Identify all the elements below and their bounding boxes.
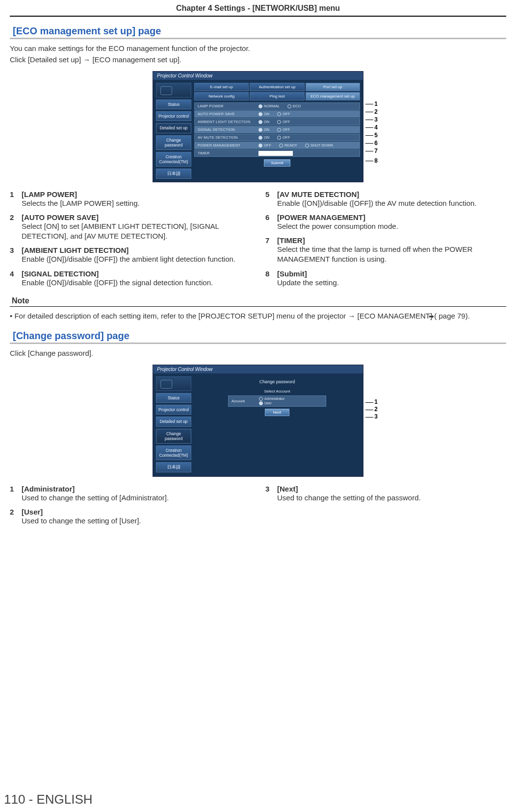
- row-timer: TIMER: [194, 149, 360, 157]
- submit-button[interactable]: Submit: [264, 159, 291, 167]
- item-desc: Selects the [LAMP POWER] setting.: [22, 198, 251, 208]
- list-item: 1 [LAMP POWER]Selects the [LAMP POWER] s…: [10, 190, 251, 208]
- radio-off[interactable]: OFF: [258, 143, 271, 148]
- item-title: [User]: [22, 508, 251, 516]
- callout: 2: [365, 108, 378, 116]
- main-panel: Change password Select Account Account A…: [194, 376, 360, 473]
- sidebar: Status Projector control Detailed set up…: [156, 83, 191, 179]
- item-desc: Used to change the setting of the passwo…: [277, 493, 506, 503]
- list-item: 2 [AUTO POWER SAVE]Select [ON] to set [A…: [10, 213, 251, 242]
- tab-email-setup[interactable]: E-mail set up: [194, 83, 249, 91]
- callout: 4: [365, 123, 378, 131]
- sidebar-item-detailed-setup[interactable]: Detailed set up: [156, 417, 191, 426]
- sidebar-item-projector-control[interactable]: Projector control: [156, 111, 191, 121]
- row-label: AUTO POWER SAVE: [195, 112, 258, 116]
- sidebar-item-japanese[interactable]: 日本語: [156, 462, 191, 472]
- radio-normal[interactable]: NORMAL: [258, 104, 280, 108]
- note-text-a: For detailed description of each setting…: [14, 312, 437, 320]
- radio-user[interactable]: User: [259, 401, 284, 405]
- main-panel: E-mail set up Authentication set up Port…: [194, 83, 360, 179]
- timer-select[interactable]: [258, 151, 293, 156]
- radio-on[interactable]: ON: [258, 120, 269, 124]
- row-auto-power-save: AUTO POWER SAVE ON OFF: [194, 110, 360, 118]
- radio-ready[interactable]: READY: [279, 143, 297, 148]
- row-av-mute-detection: AV MUTE DETECTION ON OFF: [194, 134, 360, 141]
- radio-off[interactable]: OFF: [277, 135, 290, 140]
- window-title: Projector Control Window: [153, 72, 363, 80]
- eco-intro-line1: You can make settings for the ECO manage…: [10, 44, 250, 52]
- projector-control-window-cp: Projector Control Window Status Projecto…: [153, 365, 363, 477]
- item-desc: Enable ([ON])/disable ([OFF]) the ambien…: [22, 254, 251, 264]
- sidebar-item-projector-control[interactable]: Projector control: [156, 405, 191, 415]
- sidebar-item-change-password[interactable]: Change password: [156, 429, 191, 443]
- sidebar-item-japanese[interactable]: 日本語: [156, 169, 191, 178]
- cp-intro: Click [Change password].: [10, 348, 506, 359]
- item-title: [SIGNAL DETECTION]: [22, 270, 251, 278]
- projector-control-window-eco: Projector Control Window Status Projecto…: [153, 71, 363, 182]
- row-label: AMBIENT LIGHT DETECTION: [195, 120, 258, 124]
- callout: 1: [365, 100, 378, 108]
- sidebar-item-status[interactable]: Status: [156, 393, 191, 403]
- note-heading: Note: [10, 296, 506, 307]
- tab-port-setup[interactable]: Port set up: [306, 83, 360, 91]
- tab-ping-test[interactable]: Ping test: [250, 92, 304, 100]
- sidebar-item-change-password[interactable]: Change password: [156, 135, 191, 150]
- item-title: [Submit]: [277, 270, 506, 278]
- row-lamp-power: LAMP POWER NORMAL ECO: [194, 102, 360, 110]
- item-desc: Used to change the setting of [User].: [22, 516, 251, 526]
- select-account-label: Select Account: [264, 389, 290, 394]
- item-number: 5: [265, 190, 272, 208]
- callout: 6: [365, 139, 378, 147]
- item-title: [AUTO POWER SAVE]: [22, 213, 251, 221]
- note-body: For detailed description of each setting…: [10, 311, 506, 321]
- sidebar-item-crestron[interactable]: Crestron Connected(TM): [156, 445, 191, 460]
- radio-administrator[interactable]: Administrator: [259, 397, 284, 401]
- radio-off[interactable]: OFF: [277, 112, 290, 116]
- eco-section-title: [ECO management set up] page: [10, 25, 506, 39]
- item-title: [AV MUTE DETECTION]: [277, 190, 506, 198]
- item-number: 2: [10, 508, 17, 526]
- item-desc: Enable ([ON])/disable ([OFF]) the AV mut…: [277, 198, 506, 208]
- callout: 8: [365, 157, 378, 165]
- callouts-cp: 1 2 3: [365, 398, 378, 420]
- row-label: LAMP POWER: [195, 104, 258, 108]
- radio-on[interactable]: ON: [258, 127, 269, 132]
- item-number: 2: [10, 213, 17, 242]
- eco-item-list: 1 [LAMP POWER]Selects the [LAMP POWER] s…: [10, 190, 506, 288]
- list-item: 7 [TIMER]Select the time that the lamp i…: [265, 236, 506, 265]
- row-label: TIMER: [195, 151, 258, 155]
- radio-shutdown[interactable]: SHUT DOWN: [305, 143, 333, 148]
- row-power-management: POWER MANAGEMENT OFF READY SHUT DOWN: [194, 142, 360, 149]
- item-title: [TIMER]: [277, 236, 506, 245]
- radio-on[interactable]: ON: [258, 112, 269, 116]
- tab-network-config[interactable]: Network config: [194, 92, 249, 100]
- callout: 5: [365, 131, 378, 139]
- tab-eco-management[interactable]: ECO management set up: [306, 92, 360, 100]
- account-label: Account: [232, 399, 256, 403]
- list-item: 5 [AV MUTE DETECTION]Enable ([ON])/disab…: [265, 190, 506, 208]
- next-button[interactable]: Next: [265, 409, 289, 416]
- row-label: AV MUTE DETECTION: [195, 135, 258, 140]
- item-number: 3: [10, 246, 17, 264]
- item-number: 1: [10, 485, 17, 503]
- radio-on[interactable]: ON: [258, 135, 269, 140]
- callout: 2: [365, 406, 378, 413]
- item-desc: Update the setting.: [277, 278, 506, 288]
- item-number: 4: [10, 270, 17, 288]
- sidebar-item-crestron[interactable]: Crestron Connected(TM): [156, 152, 191, 167]
- cp-item-list: 1 [Administrator]Used to change the sett…: [10, 485, 506, 526]
- item-desc: Select the time that the lamp is turned …: [277, 245, 506, 265]
- callout: 7: [365, 147, 378, 155]
- item-title: [AMBIENT LIGHT DETECTION]: [22, 246, 251, 254]
- eco-intro-line2: Click [Detailed set up] → [ECO managemen…: [10, 55, 181, 64]
- radio-off[interactable]: OFF: [277, 127, 290, 132]
- sidebar-item-status[interactable]: Status: [156, 99, 191, 109]
- eco-intro: You can make settings for the ECO manage…: [10, 43, 506, 65]
- change-password-header: Change password: [259, 379, 295, 384]
- logo-icon: [156, 376, 191, 391]
- tab-auth-setup[interactable]: Authentication set up: [250, 83, 304, 91]
- sidebar-item-detailed-setup[interactable]: Detailed set up: [156, 123, 191, 133]
- row-label: POWER MANAGEMENT: [195, 143, 258, 148]
- radio-off[interactable]: OFF: [277, 120, 290, 124]
- radio-eco[interactable]: ECO: [287, 104, 301, 108]
